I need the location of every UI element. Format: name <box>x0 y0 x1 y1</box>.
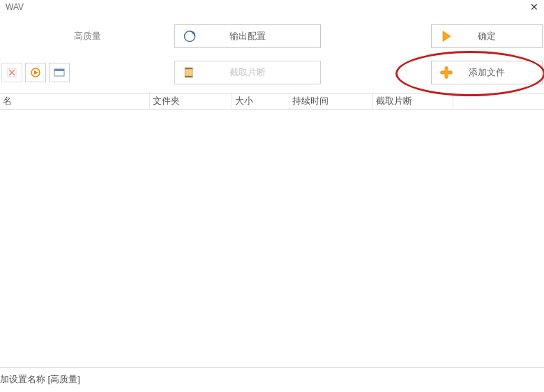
svg-marker-2 <box>443 31 451 42</box>
column-folder[interactable]: 文件夹 <box>150 93 232 109</box>
add-file-button[interactable]: 添加文件 <box>431 61 543 84</box>
ok-label: 确定 <box>461 30 542 43</box>
play-button[interactable] <box>25 63 46 82</box>
column-rest <box>453 93 544 109</box>
preview-button[interactable] <box>49 63 70 82</box>
status-text: 加设置名称 [高质量] <box>0 374 80 384</box>
svg-marker-7 <box>34 70 38 75</box>
column-duration[interactable]: 持续时间 <box>289 93 373 109</box>
refresh-icon <box>175 29 204 44</box>
svg-rect-11 <box>185 68 192 69</box>
close-icon[interactable]: ✕ <box>530 1 538 13</box>
output-config-label: 输出配置 <box>204 30 320 43</box>
add-file-label: 添加文件 <box>461 66 542 79</box>
table-body <box>0 110 544 368</box>
arrow-right-icon <box>432 29 461 43</box>
table-header: 名 文件夹 大小 持续时间 截取片断 <box>0 93 544 110</box>
svg-rect-9 <box>54 69 64 71</box>
column-size[interactable]: 大小 <box>232 93 289 109</box>
column-name[interactable]: 名 <box>0 93 150 109</box>
cut-segment-label: 截取片断 <box>204 66 320 79</box>
svg-rect-12 <box>185 76 192 77</box>
cut-segment-button: 截取片断 <box>174 61 321 84</box>
plus-icon <box>432 65 461 80</box>
format-label: WAV <box>6 2 24 12</box>
delete-file-button <box>1 63 22 82</box>
output-config-button[interactable]: 输出配置 <box>174 24 321 48</box>
film-clip-icon <box>175 65 204 80</box>
column-cut[interactable]: 截取片断 <box>373 93 453 109</box>
svg-rect-15 <box>445 67 448 79</box>
ok-button[interactable]: 确定 <box>431 24 543 48</box>
quality-label: 高质量 <box>74 31 101 41</box>
